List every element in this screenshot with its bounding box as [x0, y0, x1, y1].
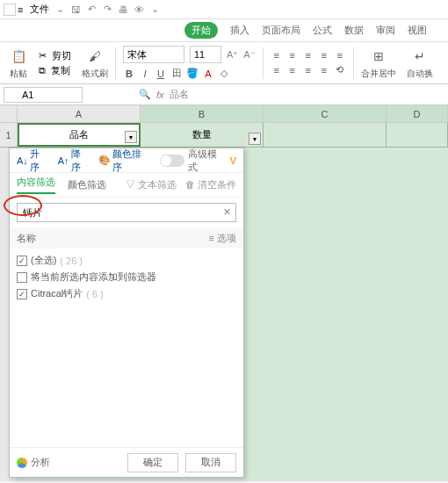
menu-dropdown-icon[interactable]: ≡	[18, 4, 23, 15]
align-left-icon[interactable]: ≡	[271, 65, 283, 76]
filter-item[interactable]: ✓ Citracal钙片 ( 6 )	[17, 285, 236, 302]
font-grow-icon[interactable]: A⁺	[227, 49, 238, 61]
adv-badge-icon: V	[230, 155, 236, 166]
clear-icon: 🗑	[185, 179, 195, 190]
font-color-button[interactable]: A	[202, 68, 214, 79]
fx-label[interactable]: fx	[156, 90, 164, 100]
align-right-icon[interactable]: ≡	[302, 65, 314, 76]
checkbox-icon[interactable]	[17, 272, 27, 283]
item-count: ( 26 )	[60, 256, 83, 266]
filter-button-a[interactable]: ▾	[125, 131, 137, 143]
italic-button[interactable]: I	[139, 68, 151, 79]
col-d[interactable]: D	[387, 105, 448, 122]
checkbox-icon[interactable]: ✓	[17, 289, 27, 299]
item-label: (全选)	[31, 254, 56, 267]
underline-button[interactable]: U	[155, 68, 167, 79]
filter-item[interactable]: 将当前所选内容添加到筛选器	[17, 269, 236, 285]
sort-asc-icon: A↓	[17, 155, 28, 166]
tab-data[interactable]: 数据	[344, 24, 364, 37]
list-header-name: 名称	[17, 232, 36, 245]
cut-label[interactable]: 剪切	[52, 49, 71, 62]
indent-dec-icon[interactable]: ≡	[318, 50, 330, 61]
align-center-icon[interactable]: ≡	[286, 65, 299, 76]
preview-icon[interactable]: 👁	[133, 4, 145, 16]
merge-icon[interactable]: ⊞	[369, 47, 388, 66]
col-a[interactable]: A	[18, 105, 141, 122]
fx-search-icon[interactable]: 🔍	[139, 89, 151, 100]
item-count: ( 6 )	[86, 289, 104, 299]
save-icon[interactable]: 🖫	[69, 4, 82, 16]
align-top-icon[interactable]: ≡	[271, 50, 283, 61]
file-dropdown-icon[interactable]: ⌄	[56, 4, 64, 15]
cell-a1-value: 品名	[69, 128, 89, 141]
sort-color-icon: 🎨	[98, 155, 111, 166]
tab-start[interactable]: 开始	[184, 22, 218, 39]
filter-button-b[interactable]: ▾	[249, 133, 261, 145]
copy-label[interactable]: 复制	[51, 64, 70, 77]
tab-insert[interactable]: 插入	[230, 24, 249, 37]
filter-tab-content[interactable]: 内容筛选	[17, 176, 55, 194]
border-button[interactable]: 田	[170, 67, 183, 80]
pie-icon	[17, 458, 27, 468]
highlight-button[interactable]: ◇	[218, 68, 230, 79]
cell-a1[interactable]: 品名 ▾	[18, 123, 141, 147]
cancel-button[interactable]: 取消	[185, 453, 236, 472]
adv-toggle[interactable]	[160, 155, 184, 167]
more-icon[interactable]: ⌄	[148, 4, 161, 16]
app-logo	[4, 4, 16, 16]
file-menu[interactable]: 文件	[25, 3, 54, 16]
checkbox-icon[interactable]: ✓	[17, 256, 27, 266]
clear-search-icon[interactable]: ✕	[223, 206, 231, 218]
sort-desc-icon: A↑	[58, 155, 69, 166]
item-label: Citracal钙片	[31, 287, 83, 300]
indent-inc-icon[interactable]: ≡	[334, 50, 346, 61]
select-all-corner[interactable]	[0, 105, 18, 122]
copy-icon[interactable]: ⧉	[39, 65, 46, 76]
align-justify-icon[interactable]: ≡	[318, 65, 330, 76]
fill-color-button[interactable]: 🪣	[186, 68, 199, 79]
cell-c1[interactable]	[264, 123, 387, 147]
redo-icon[interactable]: ↷	[101, 4, 113, 16]
bold-button[interactable]: B	[123, 68, 135, 79]
format-painter-icon[interactable]: 🖌	[85, 47, 105, 66]
row-1-header[interactable]: 1	[0, 123, 18, 147]
tab-formula[interactable]: 公式	[313, 24, 332, 37]
filter-panel: A↓升序 A↑降序 🎨颜色排序 高级模式 V 内容筛选 颜色筛选 ▽ 文本筛选 …	[9, 148, 244, 478]
ok-button[interactable]: 确定	[127, 453, 178, 472]
text-filter-icon: ▽	[126, 179, 135, 190]
cell-d1[interactable]	[387, 123, 448, 147]
size-select[interactable]: 11	[190, 46, 221, 63]
col-c[interactable]: C	[264, 105, 387, 122]
filter-search-input[interactable]	[17, 203, 236, 222]
col-b[interactable]: B	[141, 105, 264, 122]
tab-review[interactable]: 审阅	[376, 24, 395, 37]
filter-clear[interactable]: 🗑 清空条件	[185, 178, 236, 191]
filter-tab-color[interactable]: 颜色筛选	[68, 178, 106, 191]
wrap-label: 自动换	[407, 68, 433, 80]
cell-b1[interactable]: 数量 ▾	[141, 123, 264, 147]
sort-color[interactable]: 🎨颜色排序	[98, 148, 151, 174]
align-mid-icon[interactable]: ≡	[286, 50, 299, 61]
orient-icon[interactable]: ⟲	[334, 64, 346, 76]
formula-bar[interactable]: 品名	[170, 88, 189, 101]
tab-layout[interactable]: 页面布局	[262, 24, 300, 37]
filter-item[interactable]: ✓ (全选) ( 26 )	[17, 252, 236, 269]
filter-item-list: ✓ (全选) ( 26 ) 将当前所选内容添加到筛选器 ✓ Citracal钙片…	[10, 249, 243, 447]
font-select[interactable]: 宋体	[123, 46, 184, 63]
sort-desc[interactable]: A↑降序	[58, 148, 90, 174]
wrap-icon[interactable]: ↵	[410, 47, 430, 66]
font-shrink-icon[interactable]: A⁻	[243, 49, 255, 61]
tab-view[interactable]: 视图	[408, 24, 427, 37]
print-icon[interactable]: 🖶	[117, 4, 129, 16]
filter-tab-text[interactable]: ▽ 文本筛选	[126, 178, 177, 191]
align-bot-icon[interactable]: ≡	[302, 50, 314, 61]
analysis-link[interactable]: 分析	[17, 456, 50, 469]
list-header-options[interactable]: ≡ 选项	[209, 232, 236, 245]
paste-label: 粘贴	[10, 68, 27, 80]
name-box[interactable]: A1	[4, 87, 83, 103]
paste-icon[interactable]: 📋	[9, 47, 28, 66]
sort-asc[interactable]: A↓升序	[17, 148, 49, 174]
cut-icon[interactable]: ✂	[39, 50, 47, 61]
undo-icon[interactable]: ↶	[85, 4, 98, 16]
merge-label: 合并居中	[361, 68, 396, 80]
